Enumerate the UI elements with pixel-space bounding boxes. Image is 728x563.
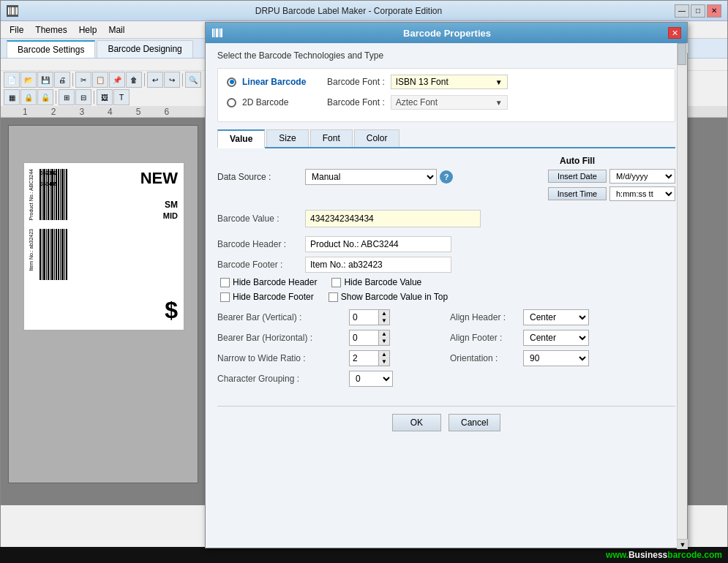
scrollbar-thumb[interactable] <box>678 43 686 65</box>
barcode-footer-label: Barcode Footer : <box>217 260 305 270</box>
tab-barcode-designing[interactable]: Barcode Designing <box>97 40 192 58</box>
paste-icon[interactable]: 📌 <box>109 72 125 88</box>
tab-barcode-settings[interactable]: Barcode Settings <box>7 40 95 58</box>
narrow-wide-up[interactable]: ▲ <box>379 351 389 358</box>
orientation-select[interactable]: 90 <box>523 350 589 366</box>
window-controls: — □ ✕ <box>675 4 721 18</box>
ruler-mark-1: 1 <box>23 107 28 117</box>
item-label-rotated: Item No.: ab32423 <box>29 229 34 271</box>
menu-file[interactable]: File <box>4 23 29 37</box>
bearer-h-arrows: ▲ ▼ <box>379 330 389 345</box>
canvas-paper: Product No.: ABC3244 342342 343435 NEW S… <box>8 125 198 483</box>
image-icon[interactable]: 🖼 <box>97 89 113 105</box>
window-title: DRPU Barcode Label Maker - Corporate Edi… <box>23 6 675 16</box>
ruler-mark-5: 5 <box>136 107 141 117</box>
copy-icon[interactable]: 📋 <box>92 72 108 88</box>
time-format-select[interactable]: h:mm:ss tt <box>609 186 675 201</box>
twod-font-arrow: ▼ <box>495 99 503 107</box>
menu-mail[interactable]: Mail <box>102 23 130 37</box>
save-icon[interactable]: 💾 <box>37 72 53 88</box>
bearer-h-up[interactable]: ▲ <box>379 330 389 338</box>
barcode-header-input[interactable] <box>305 236 451 252</box>
char-group-select[interactable]: 0 <box>349 371 393 387</box>
undo-icon[interactable]: ↩ <box>147 72 163 88</box>
linear-barcode-radio[interactable] <box>227 78 236 87</box>
cut-icon[interactable]: ✂ <box>75 72 91 88</box>
narrow-wide-input[interactable] <box>350 351 379 366</box>
barcode-num2: 343435 <box>40 181 57 186</box>
toolbar-separator5 <box>94 91 94 104</box>
bearer-h-down[interactable]: ▼ <box>379 338 389 345</box>
tab-size[interactable]: Size <box>266 129 308 147</box>
close-button[interactable]: ✕ <box>707 4 721 18</box>
redo-icon[interactable]: ↪ <box>164 72 180 88</box>
barcode-header-row: Barcode Header : <box>217 236 675 252</box>
text-icon[interactable]: T <box>113 89 130 105</box>
right-controls: Align Header : Center Align Footer : Cen… <box>450 309 675 391</box>
dollar-sign: $ <box>165 297 178 324</box>
help-button[interactable]: ? <box>440 170 453 184</box>
twod-barcode-radio[interactable] <box>227 98 236 107</box>
narrow-wide-down[interactable]: ▼ <box>379 358 389 366</box>
dialog-close-button[interactable]: ✕ <box>668 27 681 39</box>
bearer-v-up[interactable]: ▲ <box>379 310 389 317</box>
linear-font-arrow: ▼ <box>495 78 503 86</box>
tab-color[interactable]: Color <box>354 129 400 147</box>
table-icon[interactable]: ⊟ <box>75 89 91 105</box>
lock2-icon[interactable]: 🔓 <box>37 89 53 105</box>
barcode-value-input[interactable] <box>305 210 481 227</box>
minimize-button[interactable]: — <box>675 4 689 18</box>
twod-font-dropdown[interactable]: Aztec Font ▼ <box>391 95 508 110</box>
insert-time-button[interactable]: Insert Time <box>548 187 607 200</box>
bearer-h-label: Bearer Bar (Horizontal) : <box>217 333 349 343</box>
lock-icon[interactable]: 🔒 <box>20 89 37 105</box>
product-label-rotated: Product No.: ABC3244 <box>29 169 34 220</box>
tab-font[interactable]: Font <box>310 129 353 147</box>
delete-icon[interactable]: 🗑 <box>126 72 142 88</box>
hide-value-checkbox-item: Hide Barcode Value <box>331 277 421 287</box>
menu-themes[interactable]: Themes <box>29 23 72 37</box>
grid-icon[interactable]: ⊞ <box>59 89 75 105</box>
dialog-scrollbar[interactable]: ▲ ▼ <box>677 43 687 549</box>
maximize-button[interactable]: □ <box>691 4 705 18</box>
linear-font-dropdown[interactable]: ISBN 13 Font ▼ <box>391 75 508 89</box>
show-value-top-checkbox[interactable] <box>329 292 338 302</box>
barcode-icon[interactable]: ▦ <box>4 89 20 105</box>
tab-value[interactable]: Value <box>217 129 265 148</box>
checkboxes-area: Hide Barcode Header Hide Barcode Value <box>220 277 675 287</box>
svg-rect-3 <box>12 7 14 15</box>
date-format-select[interactable]: M/d/yyyy <box>609 169 675 184</box>
print-icon[interactable]: 🖨 <box>54 72 70 88</box>
bearer-h-spinner: ▲ ▼ <box>349 330 390 346</box>
menu-help[interactable]: Help <box>73 23 103 37</box>
align-header-label: Align Header : <box>450 312 523 322</box>
autofill-title: Auto Fill <box>560 156 595 166</box>
bearer-v-down[interactable]: ▼ <box>379 317 389 325</box>
hide-value-checkbox[interactable] <box>331 278 341 287</box>
insert-date-button[interactable]: Insert Date <box>548 170 607 183</box>
new-icon[interactable]: 📄 <box>4 72 20 88</box>
align-footer-select[interactable]: Center <box>523 330 589 346</box>
align-header-select[interactable]: Center <box>523 309 589 325</box>
data-source-select[interactable]: Manual <box>305 169 437 185</box>
hide-value-label: Hide Barcode Value <box>344 277 421 287</box>
hide-header-checkbox[interactable] <box>220 278 230 287</box>
label-card: Product No.: ABC3244 342342 343435 NEW S… <box>23 162 184 330</box>
bearer-h-input[interactable] <box>350 330 379 345</box>
svg-rect-9 <box>216 29 218 37</box>
mid-label: MID <box>163 211 178 220</box>
insert-time-row: Insert Time h:mm:ss tt <box>548 186 675 201</box>
scrollbar-down-arrow[interactable]: ▼ <box>678 539 688 549</box>
barcode-footer-input[interactable] <box>305 257 451 273</box>
cancel-button[interactable]: Cancel <box>449 414 500 431</box>
zoom-in-icon[interactable]: 🔍 <box>185 72 201 88</box>
bearer-v-input[interactable] <box>350 310 379 325</box>
barcode-properties-dialog: Barcode Properties ✕ ▲ ▼ Select the Barc… <box>205 22 688 548</box>
ok-button[interactable]: OK <box>392 414 441 431</box>
property-tabs: Value Size Font Color <box>217 129 675 148</box>
hide-footer-checkbox[interactable] <box>220 292 230 302</box>
show-value-top-checkbox-item: Show Barcode Value in Top <box>329 292 448 302</box>
open-icon[interactable]: 📂 <box>20 72 37 88</box>
char-group-row: Character Grouping : 0 <box>217 371 443 387</box>
barcode-num1: 342342 <box>40 170 57 175</box>
